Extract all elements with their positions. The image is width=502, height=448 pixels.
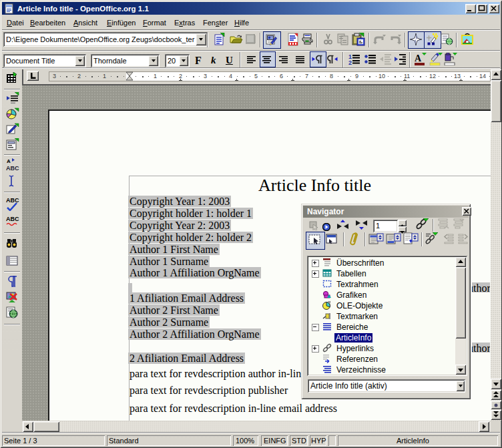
svg-text:A: A [7,158,11,164]
svg-text:2: 2 [348,59,352,65]
svg-text:ABC: ABC [6,165,19,172]
svg-text:ABC: ABC [6,216,19,222]
svg-text:A: A [415,53,422,63]
svg-text:ABC: ABC [6,197,19,204]
